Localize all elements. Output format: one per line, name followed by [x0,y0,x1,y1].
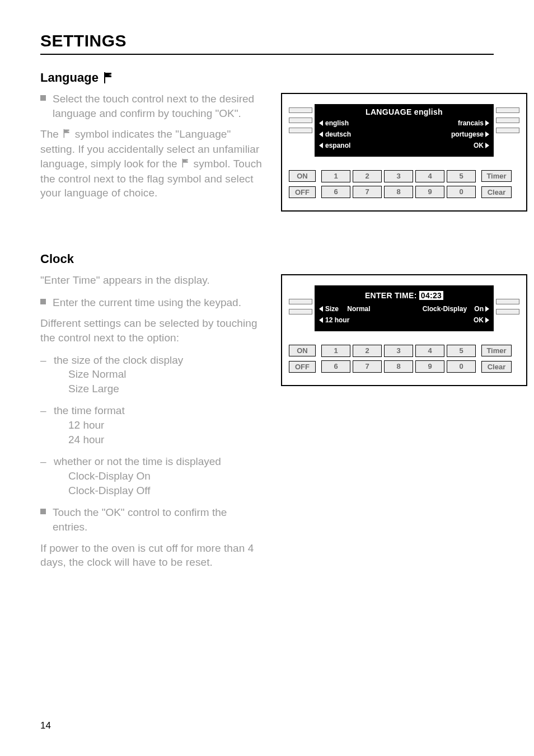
key-2[interactable]: 2 [353,345,382,357]
key-8[interactable]: 8 [384,186,413,198]
clock-opt-1: – the size of the clock display Size Nor… [40,353,264,396]
key-3[interactable]: 3 [384,170,413,182]
clock-bullet-1-text: Enter the current time using the keypad. [53,295,241,310]
enter-time-label: ENTER TIME: [365,291,419,300]
size-label: Size [325,305,339,313]
clock-opt-3: – whether or not the time is displayed C… [40,454,264,497]
key-3[interactable]: 3 [384,345,413,357]
language-bullet-1-text: Select the touch control next to the des… [53,92,264,120]
key-8[interactable]: 8 [384,360,413,373]
page-number: 14 [40,720,51,731]
key-4[interactable]: 4 [415,345,444,357]
language-panel: LANGUAGE english english francais deutsc… [281,93,527,212]
triangle-left-icon [319,317,323,323]
touch-slot[interactable] [289,118,312,123]
timer-button[interactable]: Timer [481,345,512,356]
title-rule [40,54,494,55]
triangle-left-icon [319,143,323,148]
touch-slot[interactable] [289,128,312,133]
triangle-right-icon [485,317,489,323]
enter-time-value: 04:23 [419,291,443,300]
language-bullet-1: Select the touch control next to the des… [40,92,264,120]
keypad: ON OFF 1 2 3 4 5 6 7 8 9 0 [289,345,519,373]
opt2-head: the time format [54,403,125,418]
language-heading: Language [40,71,264,85]
key-5[interactable]: 5 [447,345,476,357]
touch-slot[interactable] [496,299,519,304]
opt3-a: Clock-Display On [54,469,221,483]
opt-portugese: portugese [451,130,484,138]
opt-ok: OK [474,142,484,149]
key-9[interactable]: 9 [415,360,444,373]
triangle-right-icon [485,143,489,148]
key-6[interactable]: 6 [321,360,350,373]
numeric-keypad: 1 2 3 4 5 6 7 8 9 0 [321,170,476,198]
clock-opt-2: – the time format 12 hour 24 hour [40,403,264,447]
triangle-right-icon [485,132,489,137]
left-touch-strip [289,285,314,314]
clear-button[interactable]: Clear [481,361,512,373]
touch-slot[interactable] [496,118,519,123]
key-6[interactable]: 6 [321,186,350,198]
lang-para-pre: The [40,128,62,140]
clock-bullet-2-text: Touch the "OK" control to confirm the en… [53,505,264,534]
key-2[interactable]: 2 [353,170,382,182]
on-button[interactable]: ON [289,345,316,356]
keypad: ON OFF 1 2 3 4 5 6 7 8 9 0 [289,170,519,198]
opt-deutsch: deutsch [325,130,351,138]
flag-icon [103,72,113,83]
on-button[interactable]: ON [289,170,316,182]
key-9[interactable]: 9 [415,186,444,198]
clock-para-1: Different settings can be selected by to… [40,316,264,345]
touch-slot[interactable] [289,107,312,113]
language-heading-text: Language [40,71,99,85]
right-touch-strip [494,285,519,314]
square-bullet-icon [40,505,47,534]
flag-icon [181,157,189,172]
key-5[interactable]: 5 [447,170,476,182]
opt3-head: whether or not the time is displayed [54,454,221,469]
clock-para-2: If power to the oven is cut off for more… [40,541,264,570]
key-7[interactable]: 7 [353,360,382,373]
key-0[interactable]: 0 [447,360,476,373]
off-button[interactable]: OFF [289,361,316,373]
opt1-b: Size Large [54,382,183,396]
triangle-left-icon [319,306,323,312]
clock-display-value: On [474,305,484,313]
square-bullet-icon [40,295,47,310]
flag-icon [63,128,71,142]
display-screen: ENTER TIME: 04:23 Size Normal Clock-Disp… [315,285,494,331]
opt2-a: 12 hour [54,418,125,433]
opt1-head: the size of the clock display [54,353,183,368]
opt2-b: 24 hour [54,433,125,447]
opt-espanol: espanol [325,142,350,149]
key-4[interactable]: 4 [415,170,444,182]
time-format: 12 hour [325,316,349,324]
clock-bullet-1: Enter the current time using the keypad. [40,295,264,310]
touch-slot[interactable] [496,309,519,314]
key-0[interactable]: 0 [447,186,476,198]
opt-francais: francais [458,119,484,127]
clear-button[interactable]: Clear [481,186,512,198]
page-title: SETTINGS [40,31,494,50]
triangle-left-icon [319,120,323,126]
off-button[interactable]: OFF [289,186,316,198]
clock-display-label: Clock-Display [423,305,467,313]
opt3-b: Clock-Display Off [54,483,221,498]
opt1-a: Size Normal [54,367,183,382]
language-paragraph: The symbol indicates the "Language" sett… [40,127,264,200]
touch-slot[interactable] [289,299,312,304]
key-1[interactable]: 1 [321,345,350,357]
timer-button[interactable]: Timer [481,170,512,182]
triangle-right-icon [485,306,489,312]
touch-slot[interactable] [289,309,312,314]
key-1[interactable]: 1 [321,170,350,182]
touch-slot[interactable] [496,128,519,133]
size-value: Normal [347,305,370,313]
touch-slot[interactable] [496,107,519,113]
left-touch-strip [289,104,314,133]
clock-panel: ENTER TIME: 04:23 Size Normal Clock-Disp… [281,274,527,386]
display-screen: LANGUAGE english english francais deutsc… [315,104,494,157]
ok-label: OK [474,316,484,324]
key-7[interactable]: 7 [353,186,382,198]
